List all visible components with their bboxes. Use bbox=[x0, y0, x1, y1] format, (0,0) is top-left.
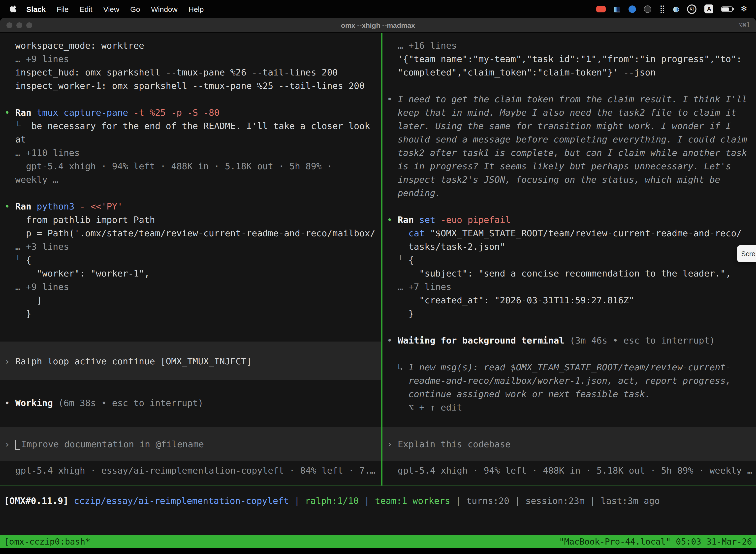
utility-app-icon[interactable]: ◍ bbox=[673, 4, 679, 13]
menu-item-file[interactable]: File bbox=[51, 5, 74, 13]
terminal: workspace_mode: worktree … +9 lines insp… bbox=[0, 33, 756, 486]
terminal-line: • Ran python3 - <<'PY' bbox=[4, 200, 381, 213]
terminal-line: └ { bbox=[4, 253, 381, 267]
terminal-line: gpt-5.4 xhigh · essay/ai-reimplementatio… bbox=[4, 464, 381, 477]
apple-menu-icon[interactable] bbox=[10, 5, 18, 13]
tmux-status-bar: [omx-cczip0:bash* "MacBook-Pro-44.local"… bbox=[0, 535, 756, 548]
bottom-strip bbox=[0, 548, 756, 554]
terminal-line: [OMX#0.11.9] cczip/essay/ai-reimplementa… bbox=[4, 494, 756, 507]
right-session-footer: gpt-5.4 xhigh · 94% left · 488K in · 5.1… bbox=[382, 464, 756, 477]
traffic-lights bbox=[6, 22, 32, 28]
dots-grid-icon[interactable]: ⣿ bbox=[659, 4, 665, 13]
omx-hud-status: [OMX#0.11.9] cczip/essay/ai-reimplementa… bbox=[0, 486, 756, 535]
left-pane-output: workspace_mode: worktree … +9 lines insp… bbox=[0, 33, 381, 320]
menu-bar-left: Slack File Edit View Go Window Help bbox=[0, 5, 209, 13]
terminal-line: "completed","claim_token":"claim-token"}… bbox=[387, 65, 756, 79]
screen-recording-indicator-icon[interactable] bbox=[596, 6, 606, 12]
battery-icon[interactable] bbox=[721, 6, 733, 12]
terminal-line: keep that in mind. Maybe I also need the… bbox=[387, 106, 756, 119]
terminal-line: › Ralph loop active continue [OMX_TMUX_I… bbox=[4, 354, 252, 368]
terminal-line: gpt-5.4 xhigh · 94% left · 488K in · 5.1… bbox=[387, 464, 756, 477]
macos-menu-bar: Slack File Edit View Go Window Help ▦ ⣿ … bbox=[0, 0, 756, 18]
terminal-line: is in progress? It seems likely but perh… bbox=[387, 159, 756, 173]
terminal-line: └ be necessary for the end of the README… bbox=[4, 119, 381, 132]
close-button[interactable] bbox=[6, 22, 12, 28]
right-prompt-input[interactable]: › Explain this codebase bbox=[382, 427, 756, 461]
ralph-loop-banner: › Ralph loop active continue [OMX_TMUX_I… bbox=[0, 341, 381, 380]
left-session-footer: gpt-5.4 xhigh · essay/ai-reimplementatio… bbox=[0, 464, 381, 477]
dark-app-icon[interactable] bbox=[644, 5, 651, 13]
input-source-icon[interactable]: A bbox=[705, 4, 713, 13]
battery-percent-icon[interactable]: 61 bbox=[687, 4, 697, 14]
window-shortcut-badge: ⌥⌘1 bbox=[738, 21, 750, 29]
terminal-line: workspace_mode: worktree bbox=[4, 39, 381, 52]
window-title-bar: omx --xhigh --madmax ⌥⌘1 bbox=[0, 18, 756, 33]
terminal-line: inspect_worker-1: omx sparkshell --tmux-… bbox=[4, 79, 381, 92]
keyboard-grid-icon[interactable]: ▦ bbox=[614, 4, 621, 13]
terminal-line bbox=[4, 186, 381, 200]
right-pane-output: … +16 lines '{"team_name":"my-team","tas… bbox=[382, 33, 756, 414]
terminal-line: "created_at": "2026-03-31T11:59:27.816Z" bbox=[387, 293, 756, 307]
terminal-line: › Improve documentation in @filename bbox=[4, 437, 204, 450]
terminal-line: … +16 lines bbox=[387, 39, 756, 52]
menu-item-window[interactable]: Window bbox=[145, 5, 183, 13]
screenshot-notification[interactable]: Scre bbox=[737, 245, 756, 262]
working-status-line: • Working (6m 38s • esc to interrupt) bbox=[0, 396, 381, 409]
terminal-line: inspect task2's JSON, focusing on the st… bbox=[387, 173, 756, 186]
terminal-line: task2 after task1 is complete, but can I… bbox=[387, 146, 756, 159]
terminal-line: } bbox=[387, 307, 756, 320]
terminal-line: ] bbox=[4, 293, 381, 307]
screen: Slack File Edit View Go Window Help ▦ ⣿ … bbox=[0, 0, 756, 554]
terminal-line: should send a message before completing … bbox=[387, 132, 756, 146]
terminal-line: weekly … bbox=[4, 173, 381, 186]
terminal-line bbox=[387, 200, 756, 213]
terminal-line: ↳ 1 new msg(s): read $OMX_TEAM_STATE_ROO… bbox=[387, 361, 756, 374]
terminal-line: … +110 lines bbox=[4, 146, 381, 159]
tmux-pane-left[interactable]: workspace_mode: worktree … +9 lines insp… bbox=[0, 33, 381, 486]
terminal-line: … +9 lines bbox=[4, 280, 381, 293]
terminal-line: └ { bbox=[387, 253, 756, 267]
terminal-line: • I need to get the claim token from the… bbox=[387, 92, 756, 106]
terminal-line: "worker": "worker-1", bbox=[4, 267, 381, 280]
terminal-line bbox=[4, 92, 381, 106]
menu-app-name[interactable]: Slack bbox=[21, 5, 51, 13]
terminal-line: later. Using the same for transition mig… bbox=[387, 119, 756, 132]
terminal-line: continue assigned work or next feasible … bbox=[387, 387, 756, 401]
terminal-line: } bbox=[4, 307, 381, 320]
blue-app-icon[interactable] bbox=[629, 5, 636, 13]
terminal-line bbox=[387, 347, 756, 361]
terminal-line: gpt-5.4 xhigh · 94% left · 488K in · 5.1… bbox=[4, 159, 381, 173]
terminal-line: '{"team_name":"my-team","task_id":"1","f… bbox=[387, 52, 756, 65]
terminal-line bbox=[387, 79, 756, 92]
terminal-line bbox=[387, 320, 756, 334]
terminal-line: • Waiting for background terminal (3m 46… bbox=[387, 334, 756, 347]
terminal-line: readme-and-reco/mailbox/worker-1.json, a… bbox=[387, 374, 756, 387]
text-cursor bbox=[15, 440, 20, 449]
terminal-line: inspect_hud: omx sparkshell --tmux-pane … bbox=[4, 65, 381, 79]
terminal-line: tasks/task-2.json" bbox=[387, 240, 756, 253]
stats-fan-icon[interactable]: ✻ bbox=[741, 4, 747, 13]
terminal-line: … +3 lines bbox=[4, 240, 381, 253]
terminal-line: • Working (6m 38s • esc to interrupt) bbox=[4, 396, 381, 409]
window-title: omx --xhigh --madmax bbox=[341, 21, 415, 29]
left-prompt-input[interactable]: › Improve documentation in @filename bbox=[0, 427, 381, 461]
terminal-line: … +9 lines bbox=[4, 52, 381, 65]
menu-item-help[interactable]: Help bbox=[183, 5, 209, 13]
menu-item-view[interactable]: View bbox=[98, 5, 125, 13]
terminal-line: from pathlib import Path bbox=[4, 213, 381, 226]
terminal-line: "subject": "send a concise recommendatio… bbox=[387, 267, 756, 280]
terminal-line: … +7 lines bbox=[387, 280, 756, 293]
zoom-button[interactable] bbox=[26, 22, 32, 28]
menu-item-edit[interactable]: Edit bbox=[74, 5, 98, 13]
tmux-pane-right[interactable]: … +16 lines '{"team_name":"my-team","tas… bbox=[382, 33, 756, 486]
terminal-line: › Explain this codebase bbox=[387, 437, 511, 450]
terminal-line: ⌥ + ↑ edit bbox=[387, 401, 756, 414]
terminal-line: pending. bbox=[387, 186, 756, 200]
tmux-host-clock: "MacBook-Pro-44.local" 05:03 31-Mar-26 bbox=[559, 537, 752, 547]
minimize-button[interactable] bbox=[16, 22, 22, 28]
terminal-line: cat "$OMX_TEAM_STATE_ROOT/team/review-cu… bbox=[387, 226, 756, 240]
menu-bar-status-icons: ▦ ⣿ ◍ 61 A ✻ bbox=[596, 4, 756, 14]
menu-item-go[interactable]: Go bbox=[125, 5, 145, 13]
terminal-line: at bbox=[4, 132, 381, 146]
terminal-line: • Ran set -euo pipefail bbox=[387, 213, 756, 226]
